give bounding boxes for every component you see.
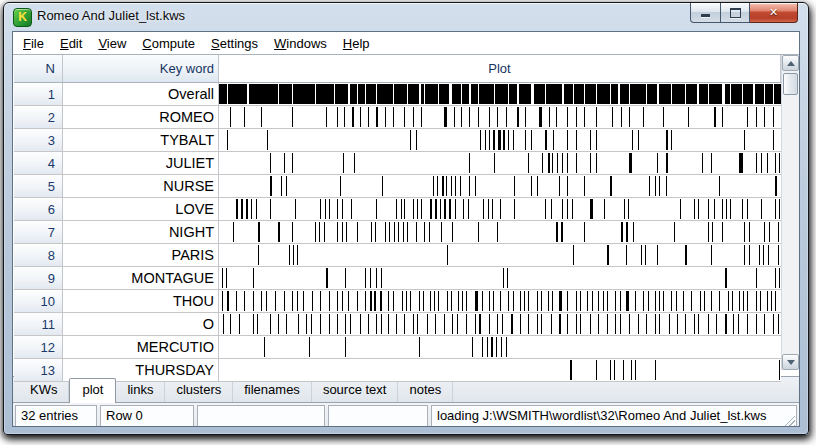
plot-line [659, 291, 660, 311]
plot-cell[interactable] [219, 129, 781, 151]
menu-windows[interactable]: Windows [266, 34, 335, 53]
plot-line [778, 222, 779, 242]
plot-line [233, 222, 234, 242]
tab-kws[interactable]: KWs [19, 379, 69, 402]
table-row[interactable]: 8PARIS [14, 244, 781, 267]
tab-links[interactable]: links [116, 379, 165, 402]
plot-line [596, 130, 597, 150]
keyword-cell[interactable]: JULIET [63, 152, 219, 174]
plot-line [455, 176, 456, 196]
table-row[interactable]: 4JULIET [14, 152, 781, 175]
plot-cell[interactable] [219, 221, 781, 243]
plot-line [572, 199, 573, 219]
keyword-cell[interactable]: PARIS [63, 244, 219, 266]
plot-line [487, 337, 488, 357]
plot-cell[interactable] [219, 267, 781, 289]
tab-filenames[interactable]: filenames [233, 379, 312, 402]
table-row[interactable]: 3TYBALT [14, 129, 781, 152]
tab-source-text[interactable]: source text [312, 379, 399, 402]
maximize-button[interactable] [721, 3, 750, 23]
table-row[interactable]: 5NURSE [14, 175, 781, 198]
plot-line [286, 314, 287, 334]
keyword-cell[interactable]: ROMEO [63, 106, 219, 128]
keyword-cell[interactable]: TYBALT [63, 129, 219, 151]
menu-settings[interactable]: Settings [203, 34, 266, 53]
tab-plot[interactable]: plot [69, 378, 116, 403]
plot-line [576, 107, 577, 127]
plot-cell[interactable] [219, 83, 781, 105]
plot-cell[interactable] [219, 290, 781, 312]
title-bar[interactable]: K Romeo And Juliet_lst.kws ✕ [4, 3, 808, 30]
plot-line [559, 291, 562, 311]
table-header-row: N Key word Plot [14, 55, 781, 83]
resize-grip[interactable] [783, 415, 795, 427]
plot-cell[interactable] [219, 336, 781, 358]
table-row[interactable]: 12MERCUTIO [14, 336, 781, 359]
column-header-keyword[interactable]: Key word [63, 55, 219, 82]
plot-line [711, 153, 712, 173]
column-header-n[interactable]: N [14, 55, 63, 82]
menu-compute[interactable]: Compute [134, 34, 203, 53]
plot-line [680, 199, 681, 219]
vertical-scrollbar[interactable] [781, 55, 799, 370]
plot-line [360, 107, 361, 127]
keyword-cell[interactable]: MERCUTIO [63, 336, 219, 358]
column-header-plot[interactable]: Plot [219, 55, 781, 82]
menu-file[interactable]: File [15, 34, 52, 53]
table-row[interactable]: 1Overall [14, 83, 781, 106]
plot-line [398, 222, 399, 242]
plot-line [694, 314, 695, 334]
plot-line [513, 130, 514, 150]
plot-cell[interactable] [219, 175, 781, 197]
keyword-cell[interactable]: MONTAGUE [63, 267, 219, 289]
plot-cell[interactable] [219, 198, 781, 220]
scroll-down-button[interactable] [782, 354, 799, 370]
keyword-cell[interactable]: NIGHT [63, 221, 219, 243]
keyword-cell[interactable]: LOVE [63, 198, 219, 220]
window-controls: ✕ [690, 3, 798, 22]
table-row[interactable]: 11O [14, 313, 781, 336]
plot-line [528, 314, 529, 334]
tab-notes[interactable]: notes [398, 379, 453, 402]
plot-line [315, 84, 316, 104]
plot-line [357, 222, 358, 242]
plot-line [337, 199, 338, 219]
plot-cell[interactable] [219, 244, 781, 266]
plot-line [370, 268, 371, 288]
plot-line [461, 84, 462, 104]
table-row[interactable]: 6LOVE [14, 198, 781, 221]
plot-cell[interactable] [219, 359, 781, 381]
plot-line [768, 245, 769, 265]
keyword-cell[interactable]: Overall [63, 83, 219, 105]
minimize-button[interactable] [690, 3, 721, 23]
scrollbar-thumb[interactable] [783, 73, 798, 95]
scroll-up-button[interactable] [782, 55, 799, 71]
plot-line [494, 153, 495, 173]
table-row[interactable]: 2ROMEO [14, 106, 781, 129]
table-row[interactable]: 10THOU [14, 290, 781, 313]
keyword-cell[interactable]: O [63, 313, 219, 335]
tab-clusters[interactable]: clusters [165, 379, 233, 402]
plot-cell[interactable] [219, 106, 781, 128]
status-panel-3 [197, 405, 325, 427]
plot-line [573, 245, 574, 265]
table-row[interactable]: 9MONTAGUE [14, 267, 781, 290]
plot-line [685, 84, 686, 104]
row-number: 1 [14, 83, 63, 105]
menu-edit[interactable]: Edit [52, 34, 90, 53]
plot-cell[interactable] [219, 152, 781, 174]
plot-line [342, 199, 343, 219]
table-row[interactable]: 7NIGHT [14, 221, 781, 244]
plot-line [342, 291, 343, 311]
menu-view[interactable]: View [90, 34, 134, 53]
plot-line [393, 291, 394, 311]
plot-cell[interactable] [219, 313, 781, 335]
table-row[interactable]: 13THURSDAY [14, 359, 781, 382]
plot-line [562, 153, 563, 173]
plot-line [708, 84, 709, 104]
keyword-cell[interactable]: NURSE [63, 175, 219, 197]
close-button[interactable]: ✕ [750, 3, 798, 23]
keyword-cell[interactable]: THOU [63, 290, 219, 312]
menu-help[interactable]: Help [335, 34, 378, 53]
plot-line [596, 360, 597, 380]
